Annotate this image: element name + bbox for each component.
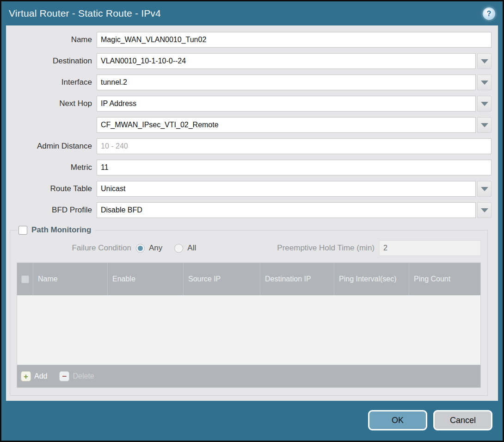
failure-condition-radio-any[interactable]: Any — [136, 243, 162, 253]
add-button[interactable]: + Add — [21, 371, 47, 381]
column-header-ping-interval: Ping Interval(sec) — [334, 263, 409, 295]
name-input[interactable] — [97, 32, 492, 48]
failure-condition-row: Failure Condition Any All Preemptive Hol… — [17, 240, 481, 256]
static-route-dialog: Virtual Router - Static Route - IPv4 ? N… — [0, 0, 504, 442]
chevron-down-icon — [481, 187, 488, 191]
delete-button[interactable]: − Delete — [59, 371, 94, 381]
ok-button[interactable]: OK — [368, 410, 427, 430]
destination-dropdown-button[interactable] — [477, 53, 492, 69]
column-header-destination-ip: Destination IP — [260, 263, 334, 295]
admin-distance-input[interactable] — [97, 138, 492, 154]
chevron-down-icon — [481, 81, 488, 85]
route-table-label: Route Table — [6, 184, 97, 193]
admin-distance-row: Admin Distance — [6, 138, 492, 154]
destination-row: Destination — [6, 53, 492, 69]
path-monitoring-title: Path Monitoring — [31, 225, 91, 235]
metric-label: Metric — [6, 163, 97, 172]
route-table-input[interactable] — [97, 181, 476, 197]
bfd-profile-row: BFD Profile — [6, 202, 492, 218]
radio-icon — [136, 244, 145, 253]
table-header-row: Name Enable Source IP Destination IP Pin… — [17, 263, 480, 295]
interface-input[interactable] — [97, 75, 476, 90]
next-hop-address-row — [6, 117, 492, 133]
interface-row: Interface — [6, 75, 492, 90]
destination-input[interactable] — [97, 53, 476, 69]
chevron-down-icon — [481, 102, 488, 106]
select-all-cell — [17, 263, 33, 295]
preemptive-hold-time-input — [379, 240, 481, 256]
failure-condition-label: Failure Condition — [17, 243, 136, 253]
column-header-name: Name — [33, 263, 107, 295]
select-all-checkbox — [21, 275, 29, 283]
dialog-titlebar: Virtual Router - Static Route - IPv4 ? — [1, 1, 503, 25]
destination-label: Destination — [6, 56, 97, 66]
path-monitoring-table: Name Enable Source IP Destination IP Pin… — [17, 262, 481, 388]
next-hop-address-dropdown-button[interactable] — [477, 117, 492, 133]
path-monitoring-section: Path Monitoring Failure Condition Any Al… — [10, 225, 488, 396]
name-label: Name — [6, 35, 97, 44]
route-table-dropdown-button[interactable] — [477, 181, 492, 197]
column-header-enable: Enable — [107, 263, 183, 295]
bfd-profile-dropdown-button[interactable] — [477, 202, 492, 218]
table-toolbar: + Add − Delete — [17, 365, 480, 387]
dialog-title: Virtual Router - Static Route - IPv4 — [9, 8, 161, 19]
metric-input[interactable] — [97, 160, 492, 175]
path-monitoring-checkbox[interactable] — [18, 226, 27, 235]
preemptive-hold-time-group: Preemptive Hold Time (min) — [277, 240, 481, 256]
bfd-profile-label: BFD Profile — [6, 205, 97, 215]
table-body-empty — [17, 295, 480, 365]
chevron-down-icon — [481, 123, 488, 127]
admin-distance-label: Admin Distance — [6, 142, 97, 151]
next-hop-address-input[interactable] — [97, 117, 476, 133]
metric-row: Metric — [6, 160, 492, 175]
preemptive-hold-time-label: Preemptive Hold Time (min) — [277, 243, 379, 253]
add-button-label: Add — [34, 372, 47, 380]
next-hop-type-input[interactable] — [97, 96, 476, 112]
column-header-ping-count: Ping Count — [409, 263, 480, 295]
radio-all-label: All — [187, 243, 196, 253]
next-hop-type-dropdown-button[interactable] — [477, 96, 492, 112]
interface-label: Interface — [6, 78, 97, 87]
interface-dropdown-button[interactable] — [477, 75, 492, 90]
route-table-row: Route Table — [6, 181, 492, 197]
path-monitoring-legend: Path Monitoring — [18, 225, 95, 235]
radio-any-label: Any — [149, 243, 162, 253]
chevron-down-icon — [481, 59, 488, 63]
dialog-content: Name Destination Interface — [6, 25, 498, 401]
next-hop-label: Next Hop — [6, 99, 97, 108]
plus-icon: + — [21, 371, 31, 381]
help-icon[interactable]: ? — [483, 7, 495, 20]
dialog-footer: OK Cancel — [368, 410, 492, 430]
question-mark-glyph: ? — [487, 10, 492, 18]
cancel-button[interactable]: Cancel — [433, 410, 492, 430]
bfd-profile-input[interactable] — [97, 202, 476, 218]
chevron-down-icon — [481, 208, 488, 212]
delete-button-label: Delete — [73, 372, 94, 380]
name-row: Name — [6, 32, 492, 48]
next-hop-row: Next Hop — [6, 96, 492, 112]
column-header-source-ip: Source IP — [183, 263, 260, 295]
failure-condition-radio-all[interactable]: All — [174, 243, 196, 253]
radio-icon — [174, 244, 183, 253]
minus-icon: − — [59, 371, 69, 381]
